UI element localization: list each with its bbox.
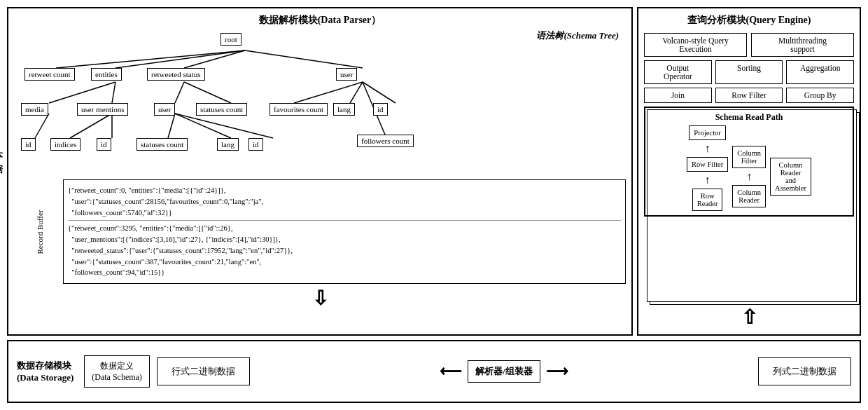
srp-col-1: Projector ↑ Row Filter ↑ RowReader (687, 125, 728, 211)
record-row-2: {"retweet_count":3295, "entities":{"medi… (68, 221, 621, 280)
record-row-1: {"retweet_count":0, "entities":{"media":… (68, 183, 621, 221)
data-parser-title: 数据解析模块(Data Parser） (14, 14, 626, 27)
node-user-mid: user (154, 103, 175, 116)
node-followers-count-top: followers count (357, 135, 414, 147)
srp-row-filter: Row Filter (687, 157, 728, 172)
qe-group-by: Group By (786, 88, 854, 103)
srp-title: Schema Read Path (650, 112, 848, 123)
node-id-top: id (373, 103, 388, 116)
node-lang-mid: lang (333, 103, 355, 116)
record-text-2c: "retweeted_status":{"user":{"statuses_co… (68, 247, 293, 254)
arrow-up-1: ↑ (705, 143, 710, 154)
srp-column-reader-assembler: ColumnReaderandAssembler (770, 158, 811, 196)
svg-line-16 (175, 114, 231, 138)
qe-join: Join (644, 88, 712, 103)
qe-row-filter: Row Filter (715, 88, 783, 103)
node-indices: indices (50, 138, 80, 151)
qe-sorting: Sorting (715, 60, 783, 84)
side-label-text2: 数据 (0, 163, 3, 176)
query-engine-module: 查询分析模块(Query Engine) Volcano-style Query… (637, 7, 861, 336)
srp-column-filter: ColumnFilter (732, 146, 766, 168)
bidirectional-arrow: ⟵ 解析器/组装器 ⟶ (440, 360, 568, 383)
qe-top-row: Volcano-style QueryExecution Multithread… (644, 33, 854, 57)
svg-line-13 (70, 114, 112, 138)
record-text-2e: "followers_count":94,"id":15}} (68, 268, 164, 276)
arrow-right-icon: ⟶ (546, 362, 568, 381)
svg-line-6 (175, 82, 184, 103)
svg-line-15 (168, 114, 175, 138)
qe-multithreading: Multithreadingsupport (751, 33, 854, 57)
record-text-1a: {"retweet_count":0, "entities":{"media":… (68, 186, 225, 194)
node-user-top: user (336, 68, 357, 81)
schema-read-path: Schema Read Path Projector ↑ Row Filter … (644, 107, 854, 217)
node-retweeted-status: retweeted status (147, 68, 205, 81)
svg-line-4 (49, 82, 115, 103)
node-entities: entities (91, 68, 122, 81)
node-favourites-count: favourites count (270, 103, 328, 116)
record-text-1b: "user":{"statuses_count":28156,"favourit… (68, 198, 263, 205)
node-id1: id (21, 138, 36, 151)
svg-line-1 (115, 50, 245, 68)
qe-output-operator: OutputOperator (644, 60, 712, 84)
svg-line-8 (294, 82, 363, 103)
top-row: 文本 数据 ➤ 数据解析模块(Data Parser） 语法树(Schema T… (7, 7, 861, 336)
srp-column-reader: ColumnReader (732, 185, 766, 207)
svg-line-7 (184, 82, 231, 103)
node-id2: id (97, 138, 111, 151)
qe-volcano: Volcano-style QueryExecution (644, 33, 747, 57)
query-engine-title: 查询分析模块(Query Engine) (644, 14, 854, 27)
down-arrow-icon: ⇩ (14, 287, 626, 310)
schema-tree-label: 语法树(Schema Tree) (536, 29, 619, 42)
node-user-mentions: user mentions (77, 103, 128, 116)
svg-line-3 (245, 50, 363, 68)
col-binary-box: 列式二进制数据 (758, 357, 851, 385)
srp-projector: Projector (689, 125, 726, 140)
node-retweet-count: retweet count (24, 68, 75, 81)
row-binary-box: 行式二进制数据 (157, 357, 250, 385)
svg-line-10 (363, 82, 396, 103)
side-label: 文本 数据 ➤ (0, 149, 3, 194)
srp-col-3: ColumnReaderandAssembler (770, 158, 811, 196)
data-schema-box: 数据定义(Data Schema) (84, 355, 150, 388)
arrow-up-2: ↑ (705, 175, 710, 186)
record-text-2d: "user":{"statuses_count":387,"favourites… (68, 258, 261, 266)
arrow-left-icon: ⟵ (440, 362, 462, 381)
record-buffer: {"retweet_count":0, "entities":{"media":… (63, 179, 626, 284)
arrow-up-3: ↑ (746, 171, 752, 182)
data-parser-module: 数据解析模块(Data Parser） 语法树(Schema Tree) (7, 7, 633, 336)
srp-inner: Projector ↑ Row Filter ↑ RowReader Colum… (650, 125, 848, 211)
srp-col-2: ColumnFilter ↑ ColumnReader (732, 146, 766, 207)
node-lang-bot: lang (217, 138, 239, 151)
parser-assembler-box: 解析器/组装器 (468, 360, 540, 383)
node-media: media (21, 103, 48, 116)
schema-tree: 语法树(Schema Tree) (14, 29, 626, 177)
data-storage-module: 数据存储模块(Data Storage) 数据定义(Data Schema) 行… (7, 340, 861, 403)
record-text-1c: "followers_count":5740,"id":32}} (68, 209, 172, 217)
srp-row-reader: RowReader (692, 189, 723, 211)
schema-read-path-wrapper: Schema Read Path Projector ↑ Row Filter … (644, 107, 854, 299)
node-statuses-count-mid: statuses count (196, 103, 247, 116)
svg-line-9 (350, 82, 363, 103)
side-label-text: 文本 (0, 149, 3, 162)
svg-line-17 (175, 114, 273, 138)
qe-aggregation: Aggregation (786, 60, 854, 84)
record-text-2b: "user_mentions":[{"indices":[3,16],"id":… (68, 235, 281, 243)
svg-line-2 (184, 50, 245, 68)
svg-line-0 (56, 50, 245, 68)
node-id3: id (248, 138, 263, 151)
svg-line-12 (35, 114, 49, 138)
node-root: root (220, 33, 241, 46)
data-storage-title: 数据存储模块(Data Storage) (17, 360, 74, 383)
record-buffer-wrapper: Record Buffer {"retweet_count":0, "entit… (63, 179, 626, 284)
record-buffer-label: Record Buffer (36, 210, 44, 254)
qe-grid: OutputOperator Sorting Aggregation Join … (644, 60, 854, 103)
record-text-2a: {"retweet_count":3295, "entities":{"medi… (68, 224, 233, 232)
svg-line-5 (112, 82, 115, 103)
up-arrow-icon: ⇧ (644, 306, 854, 329)
node-statuses-count-bot: statuses count (136, 138, 188, 151)
